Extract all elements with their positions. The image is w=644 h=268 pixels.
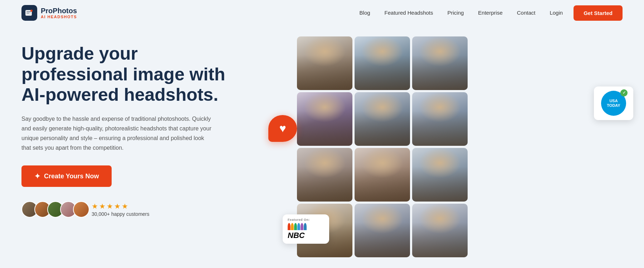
usa-today-checkmark: ✓: [620, 89, 628, 96]
photo-7: [297, 148, 352, 202]
feather-1: [288, 223, 291, 230]
star-2: ★: [99, 202, 106, 210]
nbc-peacock-logo: [288, 223, 324, 230]
feather-5: [301, 223, 303, 230]
feather-4: [297, 223, 300, 230]
nbc-featured-badge: Featured On: NBC: [283, 214, 329, 244]
photo-2: [355, 36, 410, 90]
nav-item-enterprise[interactable]: Enterprise: [478, 10, 502, 16]
star-rating: ★ ★ ★ ★ ★: [92, 202, 150, 210]
svg-rect-2: [26, 11, 31, 12]
star-5: ★: [122, 202, 128, 210]
star-1: ★: [92, 202, 98, 210]
hero-headline: Upgrade your professional image with AI-…: [21, 44, 243, 105]
star-3: ★: [107, 202, 113, 210]
usa-today-circle: USATODAY ✓: [601, 91, 626, 116]
get-started-button[interactable]: Get Started: [574, 5, 623, 21]
photo-9: [412, 148, 468, 202]
create-yours-button[interactable]: ✦ Create Yours Now: [21, 165, 112, 187]
logo-tagline: AI HEADSHOTS: [41, 15, 77, 19]
nbc-featured-label: Featured On:: [288, 218, 324, 222]
svg-point-1: [30, 10, 33, 12]
photo-3: [412, 36, 468, 90]
nbc-logo-text: NBC: [288, 231, 324, 240]
avatar-5: [73, 201, 89, 218]
usa-today-badge: USATODAY ✓: [594, 86, 633, 120]
feather-3: [294, 223, 297, 230]
logo-brand-name: ProPhotos: [41, 7, 77, 15]
hero-description: Say goodbye to the hassle and expense of…: [21, 114, 215, 153]
photo-12: [412, 204, 468, 257]
svg-rect-3: [26, 13, 29, 14]
nav-item-blog[interactable]: Blog: [360, 10, 370, 16]
nav-item-pricing[interactable]: Pricing: [448, 10, 464, 16]
logo-text: ProPhotos AI HEADSHOTS: [41, 7, 77, 19]
nav-item-login[interactable]: Login: [550, 10, 563, 16]
photo-6: [412, 92, 468, 146]
nav-item-featured[interactable]: Featured Headshots: [385, 10, 433, 16]
hero-section: Upgrade your professional image with AI-…: [0, 26, 644, 268]
logo-icon: [21, 5, 37, 21]
star-4: ★: [114, 202, 121, 210]
hero-content: Upgrade your professional image with AI-…: [21, 33, 243, 218]
heart-bubble: ♥: [268, 115, 297, 142]
logo[interactable]: ProPhotos AI HEADSHOTS: [21, 5, 77, 21]
photo-4: [297, 92, 352, 146]
feather-6: [304, 223, 307, 230]
review-count: 30,000+ happy customers: [92, 211, 150, 217]
navbar: ProPhotos AI HEADSHOTS Blog Featured Hea…: [0, 0, 644, 26]
photo-11: [355, 204, 410, 257]
social-proof: ★ ★ ★ ★ ★ 30,000+ happy customers: [21, 201, 243, 218]
photo-5: [355, 92, 410, 146]
feather-2: [291, 223, 294, 230]
usa-today-text: USATODAY: [607, 99, 620, 108]
nav-item-contact[interactable]: Contact: [517, 10, 536, 16]
create-button-label: Create Yours Now: [44, 173, 99, 180]
photo-8: [355, 148, 410, 202]
customer-avatars: [21, 201, 86, 218]
nav-links: Blog Featured Headshots Pricing Enterpri…: [360, 10, 563, 16]
hero-image-area: ♥ Featured On:: [254, 33, 623, 268]
ratings-block: ★ ★ ★ ★ ★ 30,000+ happy customers: [92, 202, 150, 217]
wand-icon: ✦: [34, 172, 40, 180]
photo-1: [297, 36, 352, 90]
